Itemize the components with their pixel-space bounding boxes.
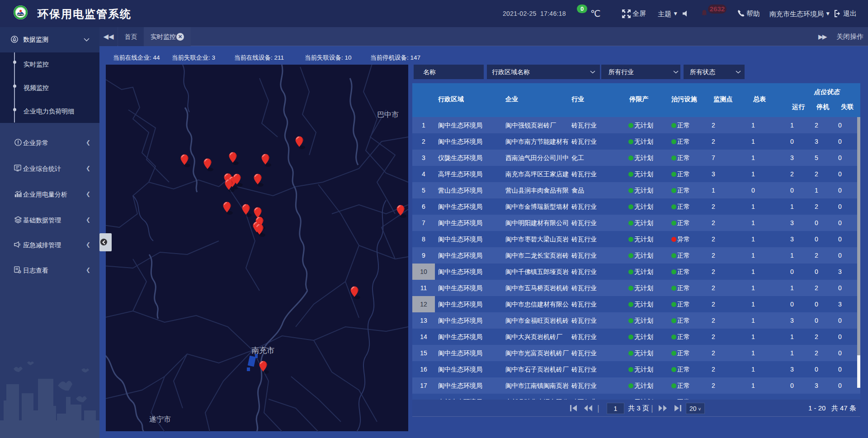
svg-text:南充市: 南充市 xyxy=(251,346,274,355)
svg-text:遂宁市: 遂宁市 xyxy=(149,415,171,423)
svg-text:巴中市: 巴中市 xyxy=(377,111,399,118)
